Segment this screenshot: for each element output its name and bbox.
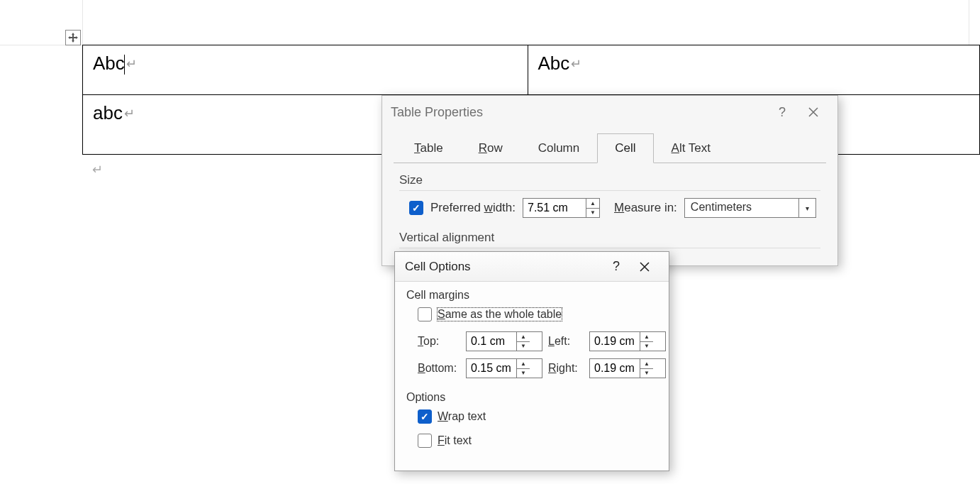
tabs-bar: Table Row Column Cell Alt Text [382,133,837,163]
paragraph-mark-icon: ↵ [126,57,137,71]
paragraph-mark-icon: ↵ [92,162,103,177]
margin-bottom-value[interactable] [467,359,516,378]
margin-top-value[interactable] [467,332,516,351]
dialog-titlebar[interactable]: Cell Options ? [395,252,669,282]
close-button[interactable] [798,98,829,126]
margin-right-label: Right: [548,362,584,375]
spin-up[interactable]: ▲ [640,359,653,368]
ruler-right-margin [969,0,969,45]
close-icon [808,107,818,117]
margin-right-input[interactable]: ▲▼ [589,358,666,378]
margin-left-input[interactable]: ▲▼ [589,331,666,351]
margin-top-label: Top: [418,335,460,348]
spin-up[interactable]: ▲ [640,332,653,341]
tab-row[interactable]: Row [461,133,520,163]
preferred-width-input[interactable]: ▲ ▼ [523,198,600,218]
section-vertical-alignment: Vertical alignment [399,231,820,248]
dialog-title: Table Properties [391,105,767,120]
wrap-text-label: Wrap text [438,410,486,423]
spin-up[interactable]: ▲ [586,199,599,208]
close-icon [640,262,650,272]
preferred-width-checkbox[interactable] [409,201,423,215]
spin-down[interactable]: ▼ [517,368,530,378]
section-options: Options [406,391,657,404]
margin-left-value[interactable] [590,332,640,351]
spin-down[interactable]: ▼ [517,341,530,351]
tab-table[interactable]: Table [396,133,461,163]
help-button[interactable]: ? [602,254,630,280]
margin-left-label: Left: [548,335,584,348]
measure-in-select[interactable]: Centimeters ▾ [684,198,816,218]
table-cell[interactable]: Abc↵ [528,45,979,95]
spin-down[interactable]: ▼ [586,208,599,218]
margin-bottom-label: Bottom: [418,362,460,375]
close-button[interactable] [630,254,659,280]
tab-alt-text[interactable]: Alt Text [654,133,728,163]
cell-text: abc [93,102,123,123]
tab-column[interactable]: Column [520,133,598,163]
section-size: Size [399,173,820,191]
help-button[interactable]: ? [767,98,798,126]
table-move-handle[interactable] [65,30,81,45]
cell-text: Abc [93,53,125,74]
table-cell[interactable]: Abc↵ [83,45,528,95]
measure-in-label: Measure in: [614,201,677,215]
table-row: Abc↵ Abc↵ [83,45,980,95]
preferred-width-value[interactable] [523,199,586,217]
same-as-table-checkbox[interactable] [418,307,432,321]
preferred-width-label: Preferred width: [430,201,516,215]
section-cell-margins: Cell margins [406,289,657,302]
dialog-cell-options: Cell Options ? Cell margins Same as the … [394,251,669,471]
margin-bottom-input[interactable]: ▲▼ [466,358,542,378]
ruler-left-margin [82,0,83,45]
measure-in-value: Centimeters [685,199,798,217]
margin-top-input[interactable]: ▲▼ [466,331,542,351]
dialog-titlebar[interactable]: Table Properties ? [382,96,837,128]
cell-text: Abc [538,53,570,74]
fit-text-label: Fit text [438,434,472,447]
paragraph-mark-icon: ↵ [124,106,135,121]
margin-right-value[interactable] [590,359,640,378]
text-cursor [124,55,125,75]
dialog-table-properties: Table Properties ? Table Row Column Cell… [382,95,838,266]
tab-content-cell: Size Preferred width: ▲ ▼ Measure in: Ce… [394,163,826,265]
tab-cell[interactable]: Cell [597,133,653,163]
paragraph-mark-icon: ↵ [571,57,581,71]
spin-down[interactable]: ▼ [640,368,653,378]
same-as-table-label: Same as the whole table [438,308,562,321]
wrap-text-checkbox[interactable] [418,409,432,424]
fit-text-checkbox[interactable] [418,434,432,448]
spin-up[interactable]: ▲ [517,359,530,368]
move-icon [68,33,78,43]
spin-up[interactable]: ▲ [517,332,530,341]
dialog-title: Cell Options [405,260,602,274]
spin-down[interactable]: ▼ [640,341,653,351]
chevron-down-icon[interactable]: ▾ [798,199,815,217]
